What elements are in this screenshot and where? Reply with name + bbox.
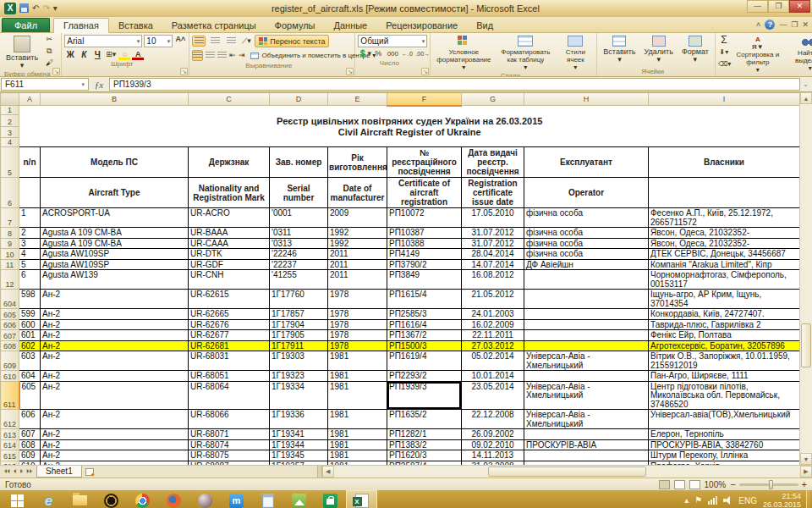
first-sheet-icon[interactable]: ⏴⏴ [4, 468, 10, 475]
increase-decimal-icon[interactable]: ←.0 [401, 49, 413, 59]
cell-H608[interactable] [524, 340, 649, 351]
cell-D11[interactable]: '22237 [270, 259, 328, 270]
cell-D7[interactable]: '0001 [270, 208, 328, 228]
tab-home[interactable]: Главная [53, 18, 109, 33]
table-header-cell-G5[interactable]: Дата видачі реєстр. посвідчення [462, 147, 524, 178]
taskbar-photo-viewer-button[interactable] [283, 490, 315, 508]
row-header-6[interactable]: 6 [1, 178, 19, 208]
language-indicator[interactable]: ENG [738, 496, 757, 505]
row-header-614[interactable]: 614 [1, 439, 19, 450]
cell-C610[interactable]: UR-68051 [189, 371, 270, 382]
row-header-616[interactable]: 616 [1, 461, 19, 465]
scroll-right-icon[interactable]: ▶ [800, 466, 812, 478]
network-icon[interactable] [708, 496, 717, 505]
row-header-611[interactable]: 611 [1, 381, 19, 410]
cell-E11[interactable]: 2011 [328, 259, 387, 270]
taskbar-file-explorer-button[interactable] [64, 490, 96, 508]
delete-cells-button[interactable]: Удалить▾ [641, 35, 677, 64]
formula-input[interactable]: РП1939/3 [109, 78, 800, 91]
cell-E609[interactable]: 1981 [328, 351, 387, 371]
taskbar-firefox-button[interactable] [158, 490, 189, 508]
last-sheet-icon[interactable]: ⏵⏵ [26, 468, 32, 475]
cell-A605[interactable]: 599 [19, 309, 41, 320]
redo-icon[interactable]: ↷ [42, 4, 49, 13]
cell-I9[interactable]: Явсон, Одеса, 21032352- [649, 238, 800, 249]
cell-A604[interactable]: 598 [19, 290, 41, 309]
column-header-D[interactable]: D [270, 93, 328, 106]
cell-D8[interactable]: '0311 [270, 228, 328, 239]
table-header-cell-D6[interactable]: Serial number [270, 178, 328, 208]
cell-C7[interactable]: UR-ACRO [189, 208, 270, 228]
cell-F608[interactable]: РП1500/3 [387, 340, 462, 351]
cell-F613[interactable]: РП1282/1 [387, 429, 462, 440]
cell-I608[interactable]: Агротехсервіс, Боратин, 32057896 [649, 340, 800, 351]
row-header-7[interactable]: 7 [1, 208, 19, 228]
cell-I606[interactable]: Таврида-плюс, Гаврилівка 2 [649, 319, 800, 330]
row-header-11[interactable]: 11 [1, 259, 19, 270]
cell-C9[interactable]: UR-CAAA [189, 238, 270, 249]
sort-filter-button[interactable]: АЯ▼ Сортировка и фильтр▾ [732, 35, 784, 75]
cell-I610[interactable]: Пан-Агро, Ширяєве, 1111 [649, 371, 800, 382]
doc-close-icon[interactable]: ✕ [802, 20, 809, 29]
align-left-icon[interactable] [192, 50, 203, 61]
column-header-H[interactable]: H [524, 93, 649, 106]
cell-I11[interactable]: Компанія "Arakua Limited", Кіпр [649, 259, 800, 270]
insert-worksheet-icon[interactable] [82, 466, 97, 478]
cell-I609[interactable]: Вітрик О.В., Запоріжжя, 10.01.1959, 2155… [649, 351, 800, 371]
cell-G616[interactable]: 31.03.2008 [462, 461, 524, 465]
cell-H612[interactable]: Універсал-Авіа - Хмельницький [524, 410, 649, 429]
underline-button[interactable]: Ч [91, 49, 103, 60]
cell-F7[interactable]: РП10072 [387, 208, 462, 228]
italic-button[interactable]: К [78, 49, 90, 60]
insert-cells-button[interactable]: Вставить▾ [600, 35, 639, 64]
cell-H615[interactable] [524, 450, 649, 461]
minimize-button[interactable]: — [747, 0, 768, 13]
undo-icon[interactable]: ↶ [32, 4, 39, 13]
row-header-604[interactable]: 604 [1, 290, 19, 309]
cell-A9[interactable]: 3 [19, 238, 41, 249]
cell-G10[interactable]: 28.04.2014 [462, 249, 524, 260]
cell-C10[interactable]: UR-DTK [189, 249, 270, 260]
cell-H606[interactable] [524, 319, 649, 330]
table-header-cell-G6[interactable]: Registration certificate issue date [462, 178, 524, 208]
conditional-formatting-button[interactable]: Условное форматирование▾ [433, 35, 494, 72]
taskbar-excel-button[interactable] [346, 490, 377, 508]
cell-D609[interactable]: 1Г19303 [270, 351, 328, 371]
cell-E8[interactable]: 1992 [328, 228, 387, 239]
cell-A607[interactable]: 601 [19, 330, 41, 341]
table-header-cell-A6[interactable] [19, 178, 41, 208]
vertical-scroll-thumb[interactable] [801, 323, 811, 367]
action-center-flag-icon[interactable]: ⚑ [694, 496, 702, 505]
row-header-3[interactable]: 3 [1, 127, 19, 138]
borders-icon[interactable]: ⊞▾ [105, 50, 117, 60]
cell-I613[interactable]: Елерон, Тернопіль [649, 429, 800, 440]
clipboard-dialog-launcher[interactable]: ↘ [52, 68, 60, 75]
fill-icon[interactable]: ⬇▾ [718, 47, 730, 58]
increase-indent-icon[interactable]: ⇥ [239, 51, 245, 61]
tab-page-layout[interactable]: Разметка страницы [162, 19, 266, 32]
table-header-cell-H5[interactable]: Експлуатант [524, 147, 649, 178]
table-header-cell-D5[interactable]: Зав. номер [270, 147, 328, 178]
currency-format-icon[interactable]: 💲▾ [358, 49, 370, 59]
cell-G8[interactable]: 31.07.2012 [462, 228, 524, 239]
cell-A614[interactable]: 608 [19, 439, 41, 450]
taskbar-calculator-button[interactable] [252, 490, 283, 508]
cell-G604[interactable]: 21.05.2012 [462, 290, 524, 309]
cell-G614[interactable]: 09.02.2010 [462, 439, 524, 450]
cell-F10[interactable]: РП4149 [387, 249, 462, 260]
column-header-C[interactable]: C [189, 93, 270, 106]
cell-C609[interactable]: UR-68031 [189, 351, 270, 371]
cell-H605[interactable] [524, 309, 649, 320]
cell-E611[interactable]: 1981 [328, 381, 387, 410]
cell-G9[interactable]: 31.07.2012 [462, 238, 524, 249]
cell-H11[interactable]: ДФ Авіейшн [524, 259, 649, 270]
row-header-606[interactable]: 606 [1, 319, 19, 330]
collapse-ribbon-icon[interactable]: ˄ [756, 20, 760, 29]
taskbar-aimp-button[interactable] [96, 490, 127, 508]
next-sheet-icon[interactable]: ⏵ [20, 468, 24, 475]
cell-G605[interactable]: 24.01.2003 [462, 309, 524, 320]
cell-E610[interactable]: 1981 [328, 371, 387, 382]
zoom-level[interactable]: 100% [705, 480, 727, 489]
cell-E608[interactable]: 1978 [328, 340, 387, 351]
number-format-combo[interactable]: Общий▾ [358, 35, 427, 47]
